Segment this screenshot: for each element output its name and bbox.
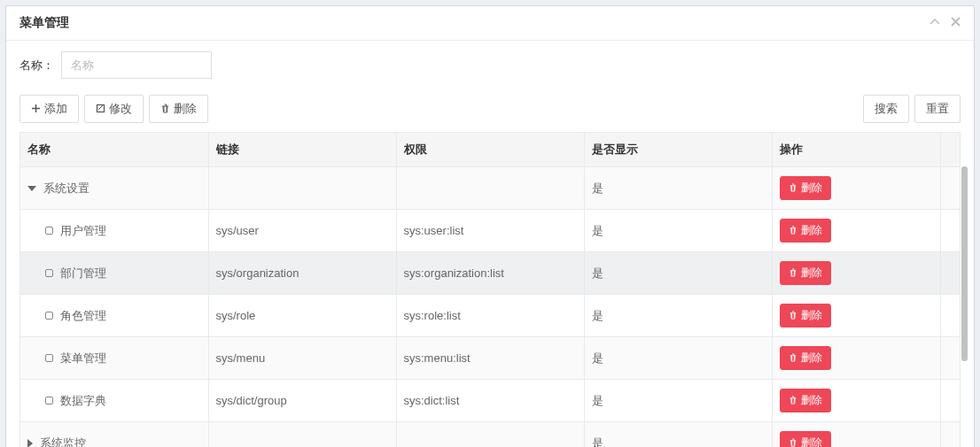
cell-perm: sys:dict:list (396, 380, 584, 422)
cell-link: sys/menu (208, 337, 396, 380)
leaf-icon (45, 269, 53, 277)
toolbar-right: 搜索 重置 (863, 95, 961, 123)
cell-action: 删除 (772, 210, 941, 252)
plus-icon (31, 103, 41, 116)
row-name-text: 系统监控 (40, 435, 86, 448)
expander-icon[interactable] (27, 186, 36, 191)
delete-button-label: 删除 (174, 101, 197, 117)
cell-action: 删除 (772, 252, 941, 295)
row-delete-button[interactable]: 删除 (780, 431, 831, 447)
cell-name: 系统监控 (20, 422, 208, 448)
filter-row: 名称： (19, 51, 961, 79)
cell-name: 系统设置 (20, 167, 208, 210)
tree-table-wrap: 名称 链接 权限 是否显示 操作 系统设置是 删除用户管理sys/usersys… (19, 132, 961, 447)
cell-action: 删除 (772, 380, 941, 422)
cell-link: sys/role (208, 295, 396, 337)
name-input[interactable] (61, 51, 212, 79)
cell-link (208, 167, 396, 210)
table-row[interactable]: 角色管理sys/rolesys:role:list是 删除 (20, 295, 960, 337)
edit-button[interactable]: 修改 (84, 95, 144, 123)
leaf-icon (45, 312, 53, 320)
cell-show: 是 (584, 295, 772, 337)
cell-spacer (941, 210, 960, 252)
add-button[interactable]: 添加 (19, 95, 79, 123)
row-name-text: 部门管理 (60, 266, 106, 281)
cell-action: 删除 (772, 167, 941, 210)
row-delete-label: 删除 (801, 351, 822, 366)
row-delete-label: 删除 (801, 266, 822, 281)
col-show: 是否显示 (584, 133, 772, 167)
scrollbar-thumb[interactable] (961, 166, 968, 361)
table-row[interactable]: 菜单管理sys/menusys:menu:list是 删除 (20, 337, 960, 380)
cell-link (208, 422, 396, 448)
row-delete-label: 删除 (801, 223, 822, 238)
panel-header: 菜单管理 (6, 6, 974, 41)
row-delete-button[interactable]: 删除 (780, 176, 831, 200)
row-delete-button[interactable]: 删除 (780, 219, 831, 243)
trash-icon (789, 395, 797, 407)
reset-button[interactable]: 重置 (914, 95, 961, 123)
cell-action: 删除 (772, 337, 941, 380)
table-row[interactable]: 部门管理sys/organizationsys:organization:lis… (20, 252, 960, 295)
panel-tools (929, 17, 961, 30)
row-delete-button[interactable]: 删除 (780, 389, 831, 412)
cell-name: 数据字典 (20, 380, 208, 422)
cell-show: 是 (584, 167, 772, 210)
filter-label: 名称： (19, 58, 54, 73)
cell-spacer (941, 422, 960, 448)
trash-icon (789, 225, 797, 237)
row-delete-button[interactable]: 删除 (780, 346, 831, 370)
table-row[interactable]: 数据字典sys/dict/groupsys:dict:list是 删除 (20, 380, 960, 422)
cell-perm (396, 167, 584, 210)
row-delete-label: 删除 (801, 181, 822, 196)
row-name-text: 菜单管理 (60, 351, 106, 366)
cell-action: 删除 (772, 422, 941, 448)
cell-spacer (941, 167, 960, 210)
delete-button[interactable]: 删除 (149, 95, 208, 123)
collapse-icon[interactable] (929, 17, 940, 30)
row-delete-label: 删除 (801, 393, 822, 408)
row-name-text: 用户管理 (60, 223, 106, 239)
cell-perm: sys:menu:list (396, 337, 584, 380)
add-button-label: 添加 (44, 101, 67, 117)
cell-show: 是 (584, 210, 772, 252)
cell-spacer (941, 337, 960, 380)
col-link: 链接 (208, 133, 396, 167)
col-spacer (941, 133, 960, 167)
trash-icon (789, 352, 797, 365)
cell-perm: sys:organization:list (396, 252, 584, 295)
trash-icon (789, 182, 797, 195)
col-name: 名称 (20, 133, 208, 167)
col-action: 操作 (772, 133, 941, 167)
table-row[interactable]: 系统设置是 删除 (20, 167, 960, 210)
cell-link: sys/user (208, 210, 396, 252)
cell-perm (396, 422, 584, 448)
expander-icon[interactable] (27, 439, 33, 448)
cell-spacer (941, 252, 960, 295)
row-name-text: 数据字典 (60, 393, 106, 409)
cell-show: 是 (584, 380, 772, 422)
row-delete-button[interactable]: 删除 (780, 261, 831, 285)
toolbar-left: 添加 修改 删除 (19, 95, 208, 123)
tree-table: 名称 链接 权限 是否显示 操作 系统设置是 删除用户管理sys/usersys… (20, 133, 960, 447)
cell-perm: sys:user:list (396, 210, 584, 252)
cell-link: sys/organization (208, 252, 396, 295)
svg-rect-0 (97, 104, 105, 112)
col-perm: 权限 (396, 133, 584, 167)
close-icon[interactable] (951, 17, 961, 30)
edit-button-label: 修改 (109, 101, 132, 117)
table-row[interactable]: 系统监控是 删除 (20, 422, 960, 448)
toolbar: 添加 修改 删除 搜索 重置 (19, 95, 961, 123)
leaf-icon (45, 227, 53, 235)
trash-icon (789, 310, 797, 322)
cell-name: 角色管理 (20, 295, 208, 337)
search-button[interactable]: 搜索 (863, 95, 909, 123)
panel-title: 菜单管理 (19, 15, 69, 31)
table-row[interactable]: 用户管理sys/usersys:user:list是 删除 (20, 210, 960, 252)
cell-perm: sys:role:list (396, 295, 584, 337)
edit-icon (96, 103, 105, 116)
row-delete-button[interactable]: 删除 (780, 304, 831, 328)
row-name-text: 系统设置 (43, 181, 89, 197)
trash-icon (789, 437, 797, 448)
table-header-row: 名称 链接 权限 是否显示 操作 (20, 133, 960, 167)
